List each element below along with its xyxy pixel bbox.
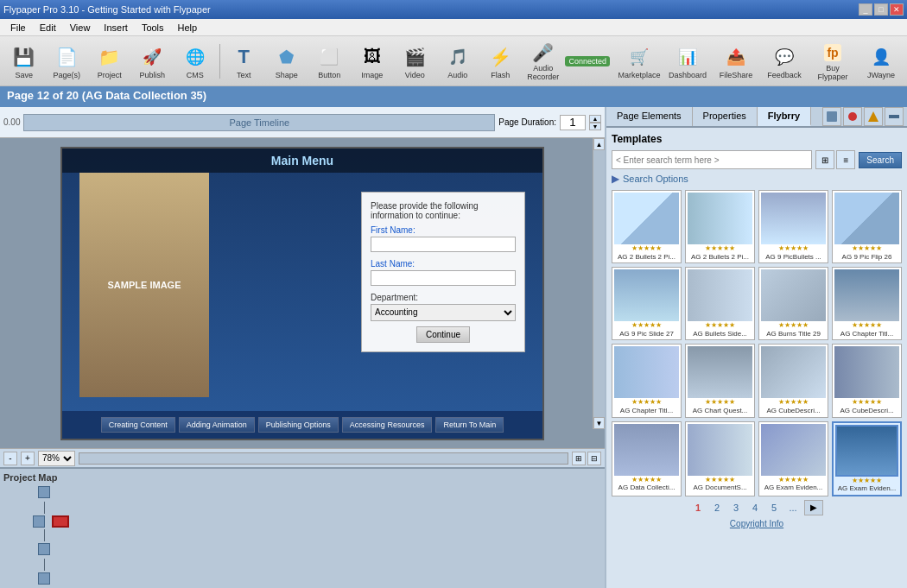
- image-button[interactable]: Image: [352, 39, 393, 84]
- nav-return-main[interactable]: Return To Main: [435, 417, 504, 433]
- search-options[interactable]: ▶ Search Options: [612, 173, 902, 185]
- template-card-4[interactable]: ★★★★★ AG 9 Pic Slide 27: [612, 267, 682, 340]
- page-num-2[interactable]: 2: [709, 500, 725, 515]
- minimize-button[interactable]: _: [859, 3, 872, 16]
- page-num-4[interactable]: 4: [747, 500, 763, 515]
- nav-accessing-resources[interactable]: Accessing Resources: [342, 417, 433, 433]
- template-card-8[interactable]: ★★★★★ AG Chapter Titl...: [612, 344, 682, 417]
- canvas-scroll-up[interactable]: ▲: [593, 138, 605, 150]
- template-card-13[interactable]: ★★★★★ AG DocumentS...: [685, 421, 755, 496]
- template-thumb-8: [614, 346, 679, 398]
- first-name-input[interactable]: [371, 237, 516, 252]
- page-num-1[interactable]: 1: [690, 500, 706, 515]
- zoom-in-button[interactable]: +: [21, 452, 35, 465]
- map-line-2: [44, 529, 45, 541]
- template-card-10[interactable]: ★★★★★ AG CubeDescri...: [758, 344, 828, 417]
- template-card-1[interactable]: ★★★★★ AG 2 Bullets 2 Pi...: [685, 190, 755, 263]
- zoom-out-button[interactable]: -: [3, 452, 17, 465]
- connected-badge: Connected: [565, 56, 610, 66]
- duration-down-button[interactable]: ▼: [589, 123, 601, 130]
- publish-button[interactable]: Publish: [132, 39, 174, 84]
- audio-recorder-button[interactable]: Audio Recorder: [523, 39, 564, 84]
- nav-publishing-options[interactable]: Publishing Options: [258, 417, 339, 433]
- template-thumb-11: [834, 346, 899, 398]
- canvas-scroll-track: [593, 150, 605, 417]
- buy-label: Buy Flypaper: [813, 64, 853, 81]
- buy-button[interactable]: Buy Flypaper: [810, 39, 855, 84]
- tab-properties[interactable]: Properties: [693, 107, 758, 126]
- copyright-link[interactable]: Copyright Info: [612, 519, 902, 528]
- shape-button[interactable]: Shape: [266, 39, 308, 84]
- save-button[interactable]: Save: [3, 39, 45, 84]
- menu-help[interactable]: Help: [171, 21, 205, 35]
- dashboard-button[interactable]: Dashboard: [665, 39, 710, 84]
- nav-adding-animation[interactable]: Adding Animation: [179, 417, 255, 433]
- page-num-5[interactable]: 5: [766, 500, 782, 515]
- menu-view[interactable]: View: [63, 21, 98, 35]
- pages-button[interactable]: Page(s): [47, 39, 88, 84]
- menu-file[interactable]: File: [3, 21, 33, 35]
- template-card-15[interactable]: ★★★★★ AG Exam Eviden...: [832, 421, 902, 496]
- pages-label: Page(s): [53, 71, 80, 79]
- template-name-14: AG Exam Eviden...: [761, 484, 826, 492]
- template-card-7[interactable]: ★★★★★ AG Chapter Titl...: [832, 267, 902, 340]
- tab-page-elements[interactable]: Page Elements: [606, 107, 693, 126]
- pagination-next[interactable]: ▶: [804, 500, 823, 515]
- tab-flybrry[interactable]: Flybrry: [758, 107, 811, 126]
- last-name-input[interactable]: [371, 270, 516, 286]
- publish-label: Publish: [139, 71, 165, 79]
- continue-button[interactable]: Continue: [416, 326, 470, 343]
- template-card-6[interactable]: ★★★★★ AG Burns Title 29: [758, 267, 828, 340]
- template-card-3[interactable]: ★★★★★ AG 9 Pic Flip 26: [832, 190, 902, 263]
- template-card-0[interactable]: ★★★★★ AG 2 Bullets 2 Pi...: [612, 190, 682, 263]
- close-button[interactable]: ✕: [890, 3, 904, 16]
- page-duration-input[interactable]: [560, 115, 586, 130]
- button-button[interactable]: Button: [308, 39, 350, 84]
- canvas-expand-button[interactable]: ⊞: [572, 452, 586, 465]
- template-card-9[interactable]: ★★★★★ AG Chart Quest...: [685, 344, 755, 417]
- panel-icon-1[interactable]: [822, 107, 841, 126]
- template-stars-12: ★★★★★: [614, 476, 679, 484]
- department-select[interactable]: Accounting: [371, 304, 516, 321]
- canvas-scroll-down[interactable]: ▼: [593, 417, 605, 429]
- nav-creating-content[interactable]: Creating Content: [101, 417, 175, 433]
- zoom-select[interactable]: 78%: [38, 451, 75, 466]
- template-card-14[interactable]: ★★★★★ AG Exam Eviden...: [758, 421, 828, 496]
- feedback-button[interactable]: Feedback: [762, 39, 807, 84]
- last-name-label: Last Name:: [371, 259, 516, 269]
- page-num-3[interactable]: 3: [728, 500, 744, 515]
- search-button[interactable]: Search: [859, 152, 902, 168]
- template-stars-15: ★★★★★: [835, 477, 898, 485]
- flash-button[interactable]: Flash: [479, 39, 521, 84]
- duration-up-button[interactable]: ▲: [589, 115, 601, 123]
- list-view-button[interactable]: ≡: [836, 150, 855, 169]
- svg-rect-0: [827, 111, 837, 122]
- menu-insert[interactable]: Insert: [97, 21, 135, 35]
- video-button[interactable]: Video: [394, 39, 435, 84]
- template-card-5[interactable]: ★★★★★ AG Bullets Side...: [685, 267, 755, 340]
- panel-icon-4[interactable]: [885, 107, 904, 126]
- panel-icon-2[interactable]: [843, 107, 862, 126]
- project-button[interactable]: Project: [89, 39, 130, 84]
- template-card-2[interactable]: ★★★★★ AG 9 PicBullets ...: [758, 190, 828, 263]
- maximize-button[interactable]: □: [874, 3, 888, 16]
- cms-button[interactable]: CMS: [174, 39, 216, 84]
- panel-icon-3[interactable]: [864, 107, 883, 126]
- search-input[interactable]: [612, 150, 812, 169]
- template-card-11[interactable]: ★★★★★ AG CubeDescri...: [832, 344, 902, 417]
- sample-image-text: SAMPLE IMAGE: [108, 280, 181, 290]
- search-options-label: Search Options: [623, 174, 688, 184]
- fileshare-button[interactable]: FileShare: [714, 39, 758, 84]
- user-button[interactable]: JWayne: [859, 39, 904, 84]
- title-bar: Flypaper Pro 3.10 - Getting Started with…: [0, 0, 907, 19]
- horizontal-scrollbar[interactable]: [79, 452, 568, 465]
- grid-view-button[interactable]: ⊞: [815, 150, 834, 169]
- cms-icon: [186, 47, 205, 66]
- audio-button[interactable]: Audio: [437, 39, 479, 84]
- marketplace-button[interactable]: Marketplace: [617, 39, 662, 84]
- menu-tools[interactable]: Tools: [135, 21, 171, 35]
- menu-edit[interactable]: Edit: [33, 21, 63, 35]
- template-card-12[interactable]: ★★★★★ AG Data Collecti...: [612, 421, 682, 496]
- text-button[interactable]: Text: [223, 39, 264, 84]
- canvas-contract-button[interactable]: ⊟: [587, 452, 601, 465]
